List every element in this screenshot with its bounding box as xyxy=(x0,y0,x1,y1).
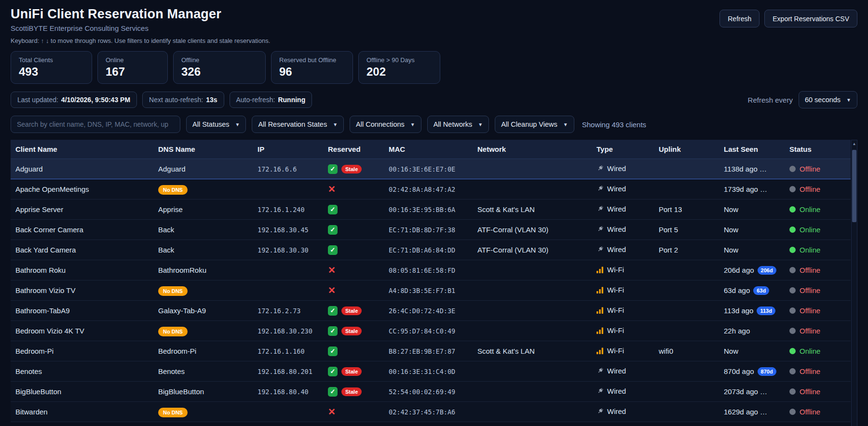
autorefresh-pill: Auto-refresh: Running xyxy=(230,92,312,108)
type-label: Wi-Fi xyxy=(607,306,624,314)
status-label: Offline xyxy=(800,408,820,416)
table-row[interactable]: Back Yard CameraBack192.168.30.30✓EC:71:… xyxy=(11,240,851,260)
table-row[interactable]: Bathroom RokuBathroomRoku✕08:05:81:6E:58… xyxy=(11,260,851,280)
status-filter-select[interactable]: All Statuses ▼ xyxy=(186,116,246,133)
status-cell: Offline xyxy=(785,321,851,341)
connection-filter-select[interactable]: All Connections ▼ xyxy=(350,116,421,133)
type-label: Wired xyxy=(607,367,626,375)
dns-name-cell: Adguard xyxy=(153,159,253,179)
table-row[interactable]: Bathroom-TabA9Galaxy-Tab-A9172.16.2.73✓S… xyxy=(11,301,851,321)
col-mac[interactable]: MAC xyxy=(384,140,473,159)
table-row[interactable]: Apache OpenMeetingsNo DNS✕02:42:8A:A8:47… xyxy=(11,179,851,200)
type-cell: Wired xyxy=(592,200,654,220)
reserved-check-icon: ✓ xyxy=(328,205,338,214)
title-block: UniFi Client Reservation Manager ScottiB… xyxy=(11,7,270,44)
table-scrollbar[interactable]: ▲ xyxy=(851,140,857,426)
offline-dot-icon xyxy=(789,166,796,172)
table-row[interactable]: BenotesBenotes192.168.80.201✓Stale00:16:… xyxy=(11,361,851,382)
page-title: UniFi Client Reservation Manager xyxy=(11,7,270,22)
uplink-cell: Port 13 xyxy=(654,200,719,220)
network-filter-select[interactable]: All Networks ▼ xyxy=(427,116,489,133)
col-uplink[interactable]: Uplink xyxy=(654,140,719,159)
network-cell: ATF-Corral (VLAN 30) xyxy=(473,240,592,260)
stat-label: Offline > 90 Days xyxy=(366,56,432,64)
last-seen-text: Now xyxy=(724,226,738,234)
last-seen-cell: 1629d ago … xyxy=(719,402,785,422)
network-cell xyxy=(473,301,592,321)
scrollbar-thumb[interactable] xyxy=(852,150,856,222)
col-last-seen[interactable]: Last Seen xyxy=(719,140,785,159)
type-cell: Wi-Fi xyxy=(592,321,654,341)
keyboard-hint: Keyboard: ↑ ↓ to move through rows. Use … xyxy=(11,37,270,44)
reserved-cell: ✓Stale xyxy=(323,321,384,341)
client-name-cell: Apache OpenMeetings xyxy=(11,179,153,200)
last-updated-value: 4/10/2026, 9:50:43 PM xyxy=(61,96,130,104)
uplink-cell xyxy=(654,260,719,280)
refresh-button[interactable]: Refresh xyxy=(719,10,760,27)
col-type[interactable]: Type xyxy=(592,140,654,159)
table-row[interactable]: Bedroom Vizio 4K TVNo DNS192.168.30.230✓… xyxy=(11,321,851,341)
mac-cell: 02:42:37:45:7B:A6 xyxy=(384,402,473,422)
mac-cell: 08:05:81:6E:58:FD xyxy=(384,260,473,280)
online-dot-icon xyxy=(789,226,796,233)
reservation-state-filter-value: All Reservation States xyxy=(258,120,327,128)
reserved-cell: ✓Stale xyxy=(323,159,384,179)
dns-name-cell: Back xyxy=(153,240,253,260)
search-input[interactable] xyxy=(11,116,180,133)
last-seen-cell: Now xyxy=(719,341,785,361)
col-client-name[interactable]: Client Name xyxy=(11,140,153,159)
table-row[interactable]: Bathroom Vizio TVNo DNS✕A4:8D:3B:5E:F7:B… xyxy=(11,280,851,301)
last-seen-text: 1629d ago … xyxy=(724,408,767,416)
table-row[interactable]: Back Corner CameraBack192.168.30.45✓EC:7… xyxy=(11,220,851,240)
type-label: Wi-Fi xyxy=(607,266,624,274)
export-csv-button[interactable]: Export Reservations CSV xyxy=(764,10,857,27)
next-refresh-pill: Next auto-refresh: 13s xyxy=(142,92,224,108)
next-refresh-label: Next auto-refresh: xyxy=(149,96,203,104)
last-seen-cell: 2073d ago … xyxy=(719,382,785,402)
col-reserved[interactable]: Reserved xyxy=(323,140,384,159)
table-row[interactable]: BigBlueButtonBigBlueButton192.168.80.40✓… xyxy=(11,382,851,402)
uplink-cell xyxy=(654,382,719,402)
last-seen-text: Now xyxy=(724,246,738,254)
client-name-cell: Benotes xyxy=(11,361,153,382)
stale-badge: Stale xyxy=(341,165,362,173)
wifi-icon xyxy=(597,266,604,275)
col-network[interactable]: Network xyxy=(473,140,592,159)
type-label: Wi-Fi xyxy=(607,326,624,334)
cleanup-view-filter-select[interactable]: All Cleanup Views ▼ xyxy=(495,116,574,133)
last-seen-cell: Now xyxy=(719,200,785,220)
last-seen-text: 206d ago xyxy=(724,266,754,274)
wifi-icon xyxy=(597,307,604,315)
dns-name-cell: No DNS xyxy=(153,321,253,341)
table-row[interactable]: BitwardenNo DNS✕02:42:37:45:7B:A6Wired16… xyxy=(11,402,851,422)
scrollbar-up-arrow-icon[interactable]: ▲ xyxy=(852,140,857,148)
reserved-cell: ✕ xyxy=(323,280,384,301)
reserved-cell: ✕ xyxy=(323,402,384,422)
wifi-icon xyxy=(597,347,604,356)
refresh-interval-select[interactable]: 60 seconds ▼ xyxy=(799,91,857,108)
table-row[interactable]: Apprise ServerApprise172.16.1.240✓00:16:… xyxy=(11,200,851,220)
status-cell: Online xyxy=(785,220,851,240)
type-cell: Wi-Fi xyxy=(592,280,654,301)
client-name-cell: Back Corner Camera xyxy=(11,220,153,240)
stat-card-online: Online 167 xyxy=(97,51,168,84)
col-ip[interactable]: IP xyxy=(253,140,323,159)
reserved-cell: ✓Stale xyxy=(323,361,384,382)
col-status[interactable]: Status xyxy=(785,140,851,159)
not-reserved-icon: ✕ xyxy=(328,285,336,295)
mac-cell: A4:8D:3B:5E:F7:B1 xyxy=(384,280,473,301)
reservation-state-filter-select[interactable]: All Reservation States ▼ xyxy=(252,116,344,133)
ip-cell xyxy=(253,402,323,422)
mac-cell: EC:71:DB:8D:7F:38 xyxy=(384,220,473,240)
status-label: Offline xyxy=(800,306,820,315)
status-label: Online xyxy=(800,205,820,213)
last-seen-text: 22h ago xyxy=(724,327,750,335)
client-name-cell: Bathroom Vizio TV xyxy=(11,280,153,301)
status-cell: Offline xyxy=(785,260,851,280)
status-label: Offline xyxy=(800,327,820,335)
table-row[interactable]: Bedroom-PiBedroom-Pi172.16.1.160✓B8:27:E… xyxy=(11,341,851,361)
ip-cell: 192.168.30.30 xyxy=(253,240,323,260)
connection-filter-value: All Connections xyxy=(356,120,405,128)
table-row[interactable]: AdguardAdguard172.16.6.6✓Stale00:16:3E:6… xyxy=(11,159,851,179)
col-dns-name[interactable]: DNS Name xyxy=(153,140,253,159)
